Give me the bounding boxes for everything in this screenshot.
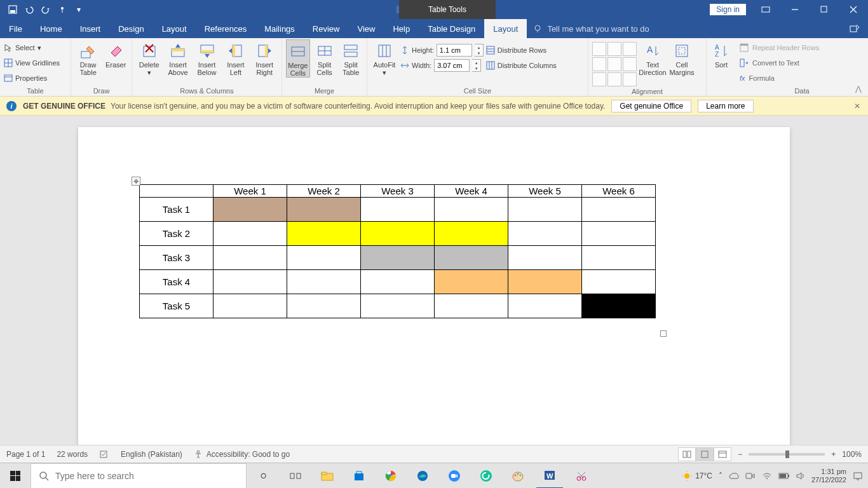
- select-button[interactable]: Select ▾: [4, 41, 60, 55]
- table-cell[interactable]: [214, 222, 287, 246]
- clock[interactable]: 1:31 pm27/12/2022: [811, 468, 846, 484]
- table-cell[interactable]: [435, 270, 508, 294]
- tab-table-layout[interactable]: Layout: [484, 19, 527, 38]
- tab-file[interactable]: File: [0, 19, 31, 38]
- table-header[interactable]: Week 5: [508, 185, 582, 198]
- tab-home[interactable]: Home: [31, 19, 71, 38]
- table-cell[interactable]: [508, 294, 582, 318]
- text-direction-button[interactable]: AText Direction: [639, 39, 666, 76]
- table-header[interactable]: Week 1: [214, 185, 287, 198]
- file-explorer-icon[interactable]: [314, 463, 341, 489]
- redo-icon[interactable]: [38, 2, 53, 17]
- spellcheck-icon[interactable]: [99, 450, 109, 459]
- table-row-label[interactable]: Task 1: [140, 198, 214, 222]
- table-cell[interactable]: [435, 294, 508, 318]
- delete-button[interactable]: Delete▾: [136, 39, 162, 76]
- tab-table-design[interactable]: Table Design: [419, 19, 484, 38]
- tab-references[interactable]: References: [196, 19, 255, 38]
- table-cell[interactable]: [508, 222, 582, 246]
- table-cell[interactable]: [361, 198, 435, 222]
- chrome-icon[interactable]: [377, 463, 404, 489]
- language-status[interactable]: English (Pakistan): [121, 450, 182, 459]
- formula-button[interactable]: fxFormula: [740, 71, 819, 85]
- zoom-slider[interactable]: [749, 453, 825, 456]
- wifi-icon[interactable]: [762, 472, 772, 480]
- collapse-ribbon-icon[interactable]: ⋀: [855, 85, 862, 93]
- print-layout-icon[interactable]: [696, 447, 714, 461]
- table-cell[interactable]: [361, 222, 435, 246]
- minimize-icon[interactable]: [780, 0, 810, 19]
- table-resize-handle-icon[interactable]: [660, 330, 667, 337]
- table-move-handle-icon[interactable]: ✥: [132, 177, 140, 186]
- share-icon[interactable]: [849, 23, 860, 33]
- read-mode-icon[interactable]: [678, 447, 696, 461]
- document-area[interactable]: ✥ Week 1 Week 2 Week 3 Week 4 Week 5 Wee…: [0, 116, 868, 445]
- table-cell[interactable]: [582, 270, 656, 294]
- start-button[interactable]: [0, 463, 31, 489]
- paint-icon[interactable]: [505, 463, 531, 489]
- snip-icon[interactable]: [568, 463, 595, 489]
- ribbon-display-icon[interactable]: [751, 0, 780, 19]
- onedrive-icon[interactable]: [729, 472, 739, 480]
- document-table[interactable]: Week 1 Week 2 Week 3 Week 4 Week 5 Week …: [139, 184, 656, 318]
- table-cell[interactable]: [361, 294, 435, 318]
- get-genuine-button[interactable]: Get genuine Office: [611, 100, 691, 112]
- table-header[interactable]: [140, 185, 214, 198]
- tab-view[interactable]: View: [348, 19, 384, 38]
- table-cell[interactable]: [361, 246, 435, 270]
- table-cell[interactable]: [361, 270, 435, 294]
- table-row-label[interactable]: Task 4: [140, 270, 214, 294]
- eraser-button[interactable]: Eraser: [104, 39, 128, 69]
- zoom-level[interactable]: 100%: [842, 450, 862, 459]
- insert-right-button[interactable]: Insert Right: [252, 39, 278, 76]
- alignment-grid[interactable]: [592, 42, 637, 86]
- tray-chevron-icon[interactable]: ˄: [719, 471, 722, 480]
- meet-now-icon[interactable]: [745, 472, 756, 480]
- qat-customise-icon[interactable]: ▾: [71, 2, 86, 17]
- undo-icon[interactable]: [22, 2, 37, 17]
- table-cell[interactable]: [582, 198, 656, 222]
- table-cell[interactable]: [214, 270, 287, 294]
- distribute-cols-button[interactable]: Distribute Columns: [486, 58, 557, 72]
- table-cell[interactable]: [582, 294, 656, 318]
- height-spinner[interactable]: ▲▼: [475, 44, 484, 57]
- maximize-icon[interactable]: [810, 0, 839, 19]
- table-cell[interactable]: [582, 222, 656, 246]
- grammarly-icon[interactable]: [473, 463, 499, 489]
- table-cell[interactable]: [582, 246, 656, 270]
- table-header[interactable]: Week 2: [287, 185, 361, 198]
- insert-above-button[interactable]: Insert Above: [165, 39, 191, 76]
- convert-to-text-button[interactable]: Convert to Text: [740, 56, 819, 70]
- weather-widget[interactable]: 17°C: [681, 470, 712, 482]
- battery-icon[interactable]: [778, 473, 790, 479]
- table-cell[interactable]: [508, 270, 582, 294]
- zoom-out-icon[interactable]: −: [738, 450, 742, 459]
- cortana-icon[interactable]: ○: [250, 463, 277, 489]
- accessibility-status[interactable]: Accessibility: Good to go: [194, 450, 290, 459]
- sign-in-button[interactable]: Sign in: [710, 4, 746, 15]
- table-cell[interactable]: [214, 246, 287, 270]
- sort-button[interactable]: AZSort: [710, 39, 732, 69]
- edge-icon[interactable]: [409, 463, 436, 489]
- tab-review[interactable]: Review: [304, 19, 349, 38]
- word-count[interactable]: 22 words: [57, 450, 88, 459]
- table-cell[interactable]: [287, 294, 361, 318]
- close-msgbar-icon[interactable]: ✕: [854, 102, 860, 111]
- store-icon[interactable]: [346, 463, 372, 489]
- cell-margins-button[interactable]: Cell Margins: [668, 39, 695, 76]
- table-cell[interactable]: [287, 246, 361, 270]
- volume-icon[interactable]: [796, 472, 805, 480]
- table-cell[interactable]: [214, 294, 287, 318]
- table-cell[interactable]: [508, 246, 582, 270]
- close-icon[interactable]: [839, 0, 868, 19]
- repeat-header-rows-button[interactable]: Repeat Header Rows: [740, 41, 819, 55]
- page-status[interactable]: Page 1 of 1: [6, 450, 45, 459]
- tab-layout[interactable]: Layout: [153, 19, 196, 38]
- view-gridlines-button[interactable]: View Gridlines: [4, 56, 60, 70]
- table-cell[interactable]: [287, 198, 361, 222]
- split-table-button[interactable]: Split Table: [339, 39, 363, 76]
- width-input[interactable]: [434, 59, 470, 72]
- distribute-rows-button[interactable]: Distribute Rows: [486, 43, 557, 57]
- tab-mailings[interactable]: Mailings: [255, 19, 304, 38]
- properties-button[interactable]: Properties: [4, 71, 60, 85]
